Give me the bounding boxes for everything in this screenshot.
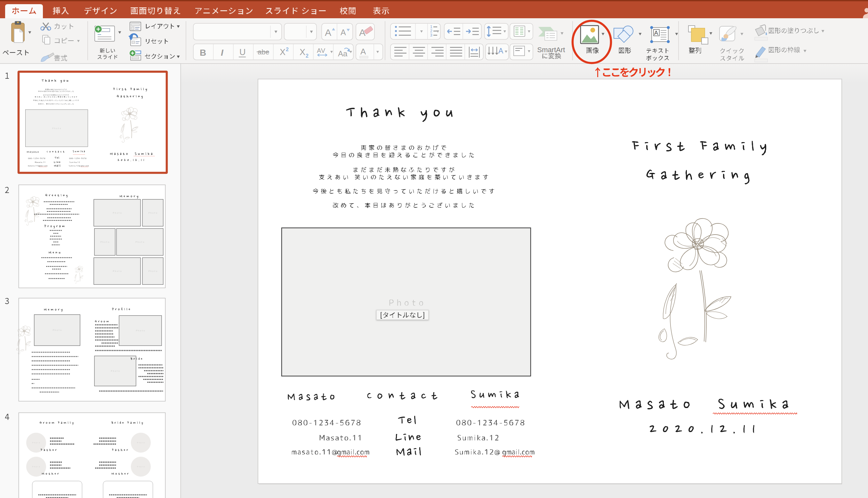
svg-text:U: U — [239, 47, 246, 57]
svg-text:A: A — [341, 28, 346, 37]
svg-text:X: X — [300, 47, 305, 57]
svg-text:A: A — [325, 27, 331, 38]
svg-text:X: X — [280, 47, 286, 57]
svg-text:1: 1 — [430, 25, 432, 29]
svg-text:2: 2 — [286, 47, 289, 52]
svg-text:B: B — [200, 48, 206, 57]
svg-text:Aa: Aa — [338, 49, 347, 58]
svg-text:SmartArt: SmartArt — [537, 46, 565, 54]
svg-text:2: 2 — [430, 29, 432, 33]
svg-text:3: 3 — [430, 33, 432, 37]
svg-text:A: A — [360, 47, 366, 56]
svg-text:A: A — [498, 47, 503, 55]
svg-text:I: I — [221, 48, 224, 57]
svg-text:A: A — [654, 30, 658, 36]
svg-text:A: A — [359, 27, 366, 38]
svg-text:AV: AV — [317, 47, 326, 54]
svg-text:2: 2 — [306, 53, 308, 58]
